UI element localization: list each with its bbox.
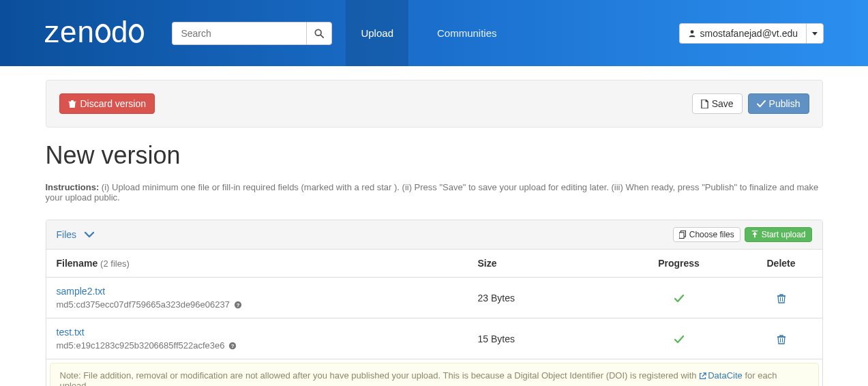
file-icon — [701, 100, 708, 108]
logo[interactable]: zen d — [44, 16, 145, 50]
main-container: Discard version Save Publish New version… — [46, 66, 823, 386]
page-title: New version — [46, 141, 823, 170]
user-dropdown-toggle[interactable] — [806, 23, 824, 44]
datacite-link[interactable]: DataCite — [699, 370, 745, 381]
col-filename: Filename (2 files) — [46, 250, 468, 278]
svg-rect-6 — [679, 233, 684, 239]
svg-rect-7 — [751, 231, 758, 231]
col-delete: Delete — [740, 250, 822, 278]
choose-files-button[interactable]: Choose files — [673, 227, 740, 242]
filename-link[interactable]: sample2.txt — [57, 286, 106, 297]
user-button[interactable]: smostafanejad@vt.edu — [679, 23, 806, 44]
search-button[interactable] — [306, 22, 332, 45]
file-count: (2 files) — [100, 258, 130, 269]
search-group — [172, 22, 332, 45]
nav-right: smostafanejad@vt.edu — [679, 23, 824, 44]
files-table: Filename (2 files) Size Progress Delete … — [46, 250, 822, 359]
files-panel: Files Choose files Start upload Filename — [46, 220, 823, 386]
caret-down-icon — [812, 31, 818, 36]
save-label: Save — [712, 98, 734, 109]
check-icon — [674, 336, 684, 344]
files-title: Files — [57, 229, 77, 240]
instructions-label: Instructions: — [46, 182, 100, 192]
choose-files-label: Choose files — [689, 230, 734, 239]
user-menu: smostafanejad@vt.edu — [679, 23, 824, 44]
files-icon — [679, 231, 687, 239]
svg-point-1 — [130, 25, 143, 42]
svg-text:?: ? — [231, 343, 235, 349]
info-icon[interactable]: ? — [234, 301, 242, 309]
delete-file-button[interactable] — [777, 294, 785, 303]
external-link-icon — [699, 372, 706, 380]
search-input[interactable] — [172, 22, 306, 45]
user-icon — [688, 29, 696, 38]
check-icon — [674, 295, 684, 303]
col-size: Size — [468, 250, 618, 278]
col-filename-label: Filename — [57, 258, 98, 269]
md5-hash: md5:e19c1283c925b3206685ff522acfe3e6 ? — [57, 340, 458, 351]
discard-version-button[interactable]: Discard version — [59, 93, 155, 114]
nav-upload[interactable]: Upload — [346, 0, 408, 66]
svg-point-4 — [690, 30, 693, 33]
svg-text:?: ? — [237, 302, 240, 308]
start-upload-button[interactable]: Start upload — [745, 227, 812, 242]
file-size: 15 Bytes — [468, 318, 618, 359]
check-icon — [757, 100, 766, 108]
logo-o-icon — [95, 23, 111, 44]
user-email: smostafanejad@vt.edu — [700, 28, 798, 39]
save-button[interactable]: Save — [692, 93, 743, 114]
action-bar: Discard version Save Publish — [46, 80, 823, 128]
start-upload-label: Start upload — [762, 230, 806, 239]
note-prefix: Note: File addition, removal or modifica… — [60, 370, 700, 381]
svg-line-3 — [321, 35, 324, 38]
publish-label: Publish — [769, 98, 800, 109]
col-progress: Progress — [618, 250, 740, 278]
logo-o-icon — [128, 23, 145, 44]
files-panel-heading: Files Choose files Start upload — [46, 220, 822, 250]
search-icon — [314, 29, 324, 38]
svg-point-0 — [97, 25, 109, 42]
upload-icon — [751, 231, 759, 239]
file-size: 23 Bytes — [468, 278, 618, 318]
chevron-down-icon — [85, 231, 94, 238]
table-row: test.txt md5:e19c1283c925b3206685ff522ac… — [46, 318, 822, 359]
top-navbar: zen d Upload Communities smostafanejad@v… — [0, 0, 868, 66]
md5-hash: md5:cd375ecc07df759665a323de96e06237 ? — [57, 299, 458, 310]
delete-file-button[interactable] — [777, 335, 785, 344]
instructions-text: (i) Upload minimum one file or fill-in r… — [46, 182, 819, 203]
nav-communities[interactable]: Communities — [422, 0, 512, 66]
table-row: sample2.txt md5:cd375ecc07df759665a323de… — [46, 278, 822, 318]
publish-button[interactable]: Publish — [748, 93, 809, 114]
discard-label: Discard version — [80, 98, 146, 109]
trash-icon — [68, 100, 76, 108]
instructions: Instructions: (i) Upload minimum one fil… — [46, 182, 823, 203]
note-alert: Note: File addition, removal or modifica… — [50, 363, 819, 386]
filename-link[interactable]: test.txt — [57, 327, 85, 338]
info-icon[interactable]: ? — [228, 342, 237, 350]
files-collapse-toggle[interactable]: Files — [57, 229, 95, 240]
